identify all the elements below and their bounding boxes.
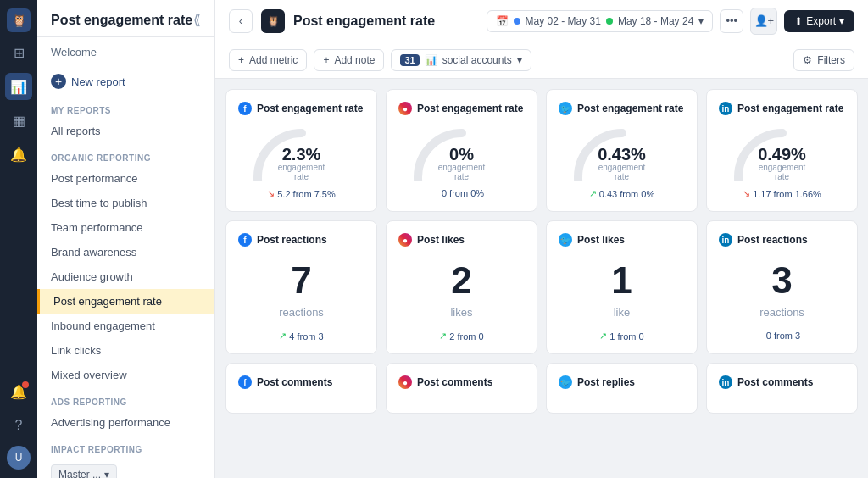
card-header: ● Post comments [398, 375, 525, 389]
sidebar-item-team-performance[interactable]: Team performance [37, 215, 214, 240]
nav-help-icon[interactable]: ? [5, 412, 32, 439]
li-social-icon: in [719, 233, 732, 247]
plus-metric-icon: + [238, 54, 244, 66]
gauge-container: 0% engagement rate [411, 122, 513, 181]
add-metric-button[interactable]: + Add metric [229, 49, 307, 71]
engagement-card-tw: 🐦 Post engagement rate 0.43% engagement … [546, 89, 698, 212]
ig-social-icon: ● [398, 233, 412, 247]
card-title: Post comments [737, 376, 813, 388]
card-title: Post likes [577, 234, 625, 246]
nav-bell-icon[interactable]: 🔔 [5, 141, 32, 168]
big-label: reactions [760, 306, 804, 319]
export-icon: ⬆ [794, 15, 803, 27]
card-title: Post reactions [737, 234, 808, 246]
card-header: 🐦 Post likes [559, 233, 685, 247]
li-social-icon: in [719, 375, 732, 389]
li-social-icon: in [719, 102, 732, 115]
sidebar-title: Post engagement rate [51, 13, 192, 28]
gauge-percent: 0% [437, 146, 487, 163]
page-icon: 🦉 [261, 9, 285, 33]
gauge-percent: 0.49% [757, 146, 808, 163]
social-accounts-label: social accounts [442, 54, 512, 66]
big-label: like [614, 306, 631, 319]
nav-home-icon[interactable]: ⊞ [5, 39, 32, 66]
trend-up-icon: ↗ [439, 331, 447, 342]
tw-social-icon: 🐦 [559, 102, 572, 115]
gauge-container: 0.49% engagement rate [732, 122, 833, 181]
card-title: Post reactions [257, 234, 327, 246]
nav-analytics-icon[interactable]: 📊 [5, 73, 32, 100]
gauge-text: 2.3% engagement rate [276, 146, 327, 181]
add-user-button[interactable]: 👤+ [750, 8, 777, 35]
back-button[interactable]: ‹ [229, 9, 253, 33]
user-avatar[interactable]: U [7, 446, 31, 470]
sidebar-item-audience-growth[interactable]: Audience growth [37, 264, 214, 289]
engagement-card-li: in Post engagement rate 0.49% engagement… [706, 89, 858, 212]
nav-grid-icon[interactable]: ▦ [5, 107, 32, 134]
export-label: Export [806, 15, 836, 27]
fb-social-icon: f [238, 102, 252, 115]
comment-card-fb: f Post comments [225, 363, 377, 414]
card-title: Post engagement rate [417, 103, 523, 114]
nav-alert-icon[interactable]: 🔔 [5, 378, 32, 405]
gauge-sublabel: engagement rate [757, 163, 808, 181]
date-dot-primary [514, 18, 520, 25]
card-header: ● Post engagement rate [398, 102, 525, 115]
card-header: 🐦 Post engagement rate [559, 102, 685, 115]
filters-button[interactable]: ⚙ Filters [793, 49, 854, 71]
sidebar-item-mixed-overview[interactable]: Mixed overview [37, 363, 214, 387]
sidebar: Post engagement rate ⟪ Welcome + New rep… [37, 0, 215, 478]
card-header: ● Post likes [398, 233, 525, 247]
sidebar-item-post-engagement-rate[interactable]: Post engagement rate [37, 289, 214, 314]
date-dot-secondary [606, 18, 613, 25]
reaction-card-li: in Post reactions 3 reactions 0 from 3 [706, 220, 858, 354]
ig-social-icon: ● [398, 102, 412, 115]
card-header: in Post comments [719, 375, 845, 389]
card-change: ↘ 1.17 from 1.66% [743, 188, 821, 199]
date-range-primary[interactable]: 📅 May 02 - May 31 May 18 - May 24 ▾ [487, 10, 714, 32]
sidebar-item-inbound-engagement[interactable]: Inbound engagement [37, 314, 214, 338]
my-reports-section-label: My Reports [37, 96, 214, 119]
sidebar-item-advertising-performance[interactable]: Advertising performance [37, 410, 214, 435]
change-value: 4 from 3 [289, 331, 323, 342]
sidebar-item-all-reports[interactable]: All reports [37, 119, 214, 143]
topbar-right: 📅 May 02 - May 31 May 18 - May 24 ▾ ••• … [487, 8, 854, 35]
new-report-plus-icon: + [51, 74, 66, 89]
sidebar-item-best-time[interactable]: Best time to publish [37, 191, 214, 215]
card-title: Post comments [417, 376, 492, 388]
reaction-card-tw: 🐦 Post likes 1 like ↗ 1 from 0 [546, 220, 698, 354]
social-count-badge: 31 [400, 54, 419, 66]
calendar-icon: 📅 [496, 15, 509, 27]
card-title: Post engagement rate [737, 103, 843, 114]
sidebar-welcome-link[interactable]: Welcome [37, 37, 214, 67]
trend-down-icon: ↘ [743, 188, 750, 199]
change-value: 0 from 0% [442, 188, 484, 198]
card-change: ↗ 2 from 0 [439, 331, 483, 342]
card-change: ↘ 5.2 from 7.5% [267, 188, 335, 199]
social-accounts-button[interactable]: 31 📊 social accounts ▾ [391, 49, 531, 71]
sidebar-item-link-clicks[interactable]: Link clicks [37, 338, 214, 363]
gauge-percent: 0.43% [597, 146, 648, 163]
more-options-button[interactable]: ••• [720, 9, 743, 33]
card-title: Post engagement rate [257, 103, 363, 114]
sidebar-item-post-performance[interactable]: Post performance [37, 166, 214, 191]
export-button[interactable]: ⬆ Export ▾ [784, 10, 854, 32]
new-report-label: New report [71, 75, 125, 88]
gauge-text: 0% engagement rate [437, 146, 487, 181]
comment-card-ig: ● Post comments [386, 363, 537, 414]
big-number: 2 [451, 262, 471, 299]
master-label: Master ... [58, 469, 101, 478]
engagement-card-fb: f Post engagement rate 2.3% engagement r… [225, 89, 377, 212]
impact-reporting-section-label: Impact Reporting [37, 435, 214, 458]
bar-chart-icon: 📊 [425, 54, 437, 66]
app-logo[interactable]: 🦉 [7, 8, 31, 32]
master-dropdown-button[interactable]: Master ... ▾ [51, 464, 117, 478]
big-number: 1 [611, 262, 632, 299]
add-note-button[interactable]: + Add note [314, 49, 384, 71]
sidebar-item-brand-awareness[interactable]: Brand awareness [37, 240, 214, 264]
filters-label: Filters [817, 54, 845, 66]
sidebar-collapse-button[interactable]: ⟪ [193, 12, 201, 28]
new-report-button[interactable]: + New report [51, 74, 201, 89]
card-header: f Post reactions [238, 233, 364, 247]
comment-card-li: in Post comments [706, 363, 858, 414]
